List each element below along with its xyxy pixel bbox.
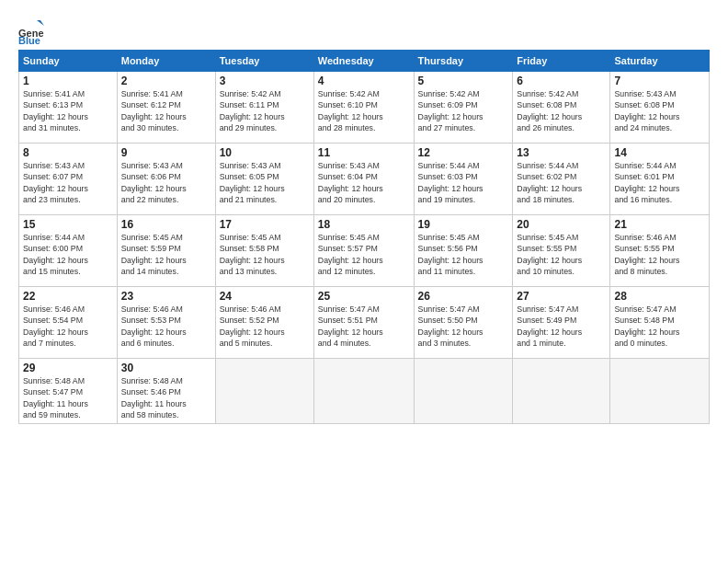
calendar-cell (215, 359, 313, 424)
day-number: 6 (517, 75, 606, 87)
day-number: 2 (121, 75, 211, 87)
day-number: 21 (614, 218, 705, 231)
calendar-cell: 22Sunrise: 5:46 AM Sunset: 5:54 PM Dayli… (19, 287, 118, 359)
day-number: 14 (614, 146, 705, 159)
calendar-cell (610, 359, 710, 424)
day-number: 3 (220, 75, 310, 87)
day-info: Sunrise: 5:44 AM Sunset: 6:02 PM Dayligh… (517, 160, 606, 205)
calendar-cell: 14Sunrise: 5:44 AM Sunset: 6:01 PM Dayli… (610, 144, 710, 215)
day-info: Sunrise: 5:46 AM Sunset: 5:55 PM Dayligh… (614, 232, 705, 277)
calendar-cell: 17Sunrise: 5:45 AM Sunset: 5:58 PM Dayli… (215, 215, 313, 287)
calendar-cell: 8Sunrise: 5:43 AM Sunset: 6:07 PM Daylig… (19, 144, 118, 215)
day-number: 12 (418, 146, 509, 159)
day-number: 10 (220, 146, 310, 159)
svg-text:Blue: Blue (18, 35, 40, 44)
day-number: 9 (121, 146, 211, 159)
day-number: 1 (23, 75, 113, 87)
day-info: Sunrise: 5:43 AM Sunset: 6:08 PM Dayligh… (614, 88, 705, 133)
day-info: Sunrise: 5:42 AM Sunset: 6:09 PM Dayligh… (418, 88, 509, 133)
day-info: Sunrise: 5:45 AM Sunset: 5:56 PM Dayligh… (418, 232, 509, 277)
day-info: Sunrise: 5:45 AM Sunset: 5:55 PM Dayligh… (517, 232, 606, 277)
col-friday: Friday (513, 51, 610, 72)
calendar-cell: 25Sunrise: 5:47 AM Sunset: 5:51 PM Dayli… (313, 287, 414, 359)
day-info: Sunrise: 5:47 AM Sunset: 5:50 PM Dayligh… (418, 304, 509, 349)
day-number: 18 (318, 218, 410, 231)
calendar-cell: 16Sunrise: 5:45 AM Sunset: 5:59 PM Dayli… (117, 215, 215, 287)
calendar-cell (313, 359, 414, 424)
day-number: 28 (614, 290, 705, 303)
calendar-cell: 12Sunrise: 5:44 AM Sunset: 6:03 PM Dayli… (414, 144, 513, 215)
day-number: 8 (23, 146, 113, 159)
day-number: 24 (220, 290, 310, 303)
day-number: 22 (23, 290, 113, 303)
calendar-header-row: Sunday Monday Tuesday Wednesday Thursday… (19, 51, 710, 72)
col-sunday: Sunday (19, 51, 118, 72)
svg-marker-2 (37, 20, 44, 26)
calendar-cell: 6Sunrise: 5:42 AM Sunset: 6:08 PM Daylig… (513, 72, 610, 144)
day-number: 26 (418, 290, 509, 303)
day-info: Sunrise: 5:48 AM Sunset: 5:46 PM Dayligh… (121, 375, 211, 420)
day-info: Sunrise: 5:47 AM Sunset: 5:48 PM Dayligh… (614, 304, 705, 349)
day-info: Sunrise: 5:43 AM Sunset: 6:04 PM Dayligh… (318, 160, 410, 205)
day-number: 13 (517, 146, 606, 159)
calendar-cell: 9Sunrise: 5:43 AM Sunset: 6:06 PM Daylig… (117, 144, 215, 215)
calendar-cell: 3Sunrise: 5:42 AM Sunset: 6:11 PM Daylig… (215, 72, 313, 144)
day-info: Sunrise: 5:47 AM Sunset: 5:51 PM Dayligh… (318, 304, 410, 349)
calendar-cell: 10Sunrise: 5:43 AM Sunset: 6:05 PM Dayli… (215, 144, 313, 215)
day-number: 16 (121, 218, 211, 231)
day-info: Sunrise: 5:45 AM Sunset: 5:58 PM Dayligh… (220, 232, 310, 277)
day-number: 4 (318, 75, 410, 87)
day-number: 30 (121, 362, 211, 374)
day-number: 11 (318, 146, 410, 159)
calendar-cell: 2Sunrise: 5:41 AM Sunset: 6:12 PM Daylig… (117, 72, 215, 144)
calendar-cell: 20Sunrise: 5:45 AM Sunset: 5:55 PM Dayli… (513, 215, 610, 287)
day-number: 23 (121, 290, 211, 303)
day-info: Sunrise: 5:47 AM Sunset: 5:49 PM Dayligh… (517, 304, 606, 349)
day-info: Sunrise: 5:45 AM Sunset: 5:59 PM Dayligh… (121, 232, 211, 277)
calendar-cell: 21Sunrise: 5:46 AM Sunset: 5:55 PM Dayli… (610, 215, 710, 287)
logo: General Blue (18, 18, 46, 44)
calendar-cell: 5Sunrise: 5:42 AM Sunset: 6:09 PM Daylig… (414, 72, 513, 144)
day-info: Sunrise: 5:46 AM Sunset: 5:54 PM Dayligh… (23, 304, 113, 349)
calendar-cell: 28Sunrise: 5:47 AM Sunset: 5:48 PM Dayli… (610, 287, 710, 359)
calendar-cell: 15Sunrise: 5:44 AM Sunset: 6:00 PM Dayli… (19, 215, 118, 287)
calendar-cell: 7Sunrise: 5:43 AM Sunset: 6:08 PM Daylig… (610, 72, 710, 144)
col-wednesday: Wednesday (313, 51, 414, 72)
day-info: Sunrise: 5:46 AM Sunset: 5:52 PM Dayligh… (220, 304, 310, 349)
calendar-cell: 27Sunrise: 5:47 AM Sunset: 5:49 PM Dayli… (513, 287, 610, 359)
page-header: General Blue (18, 15, 710, 44)
day-info: Sunrise: 5:41 AM Sunset: 6:13 PM Dayligh… (23, 88, 113, 133)
day-number: 15 (23, 218, 113, 231)
day-info: Sunrise: 5:44 AM Sunset: 6:03 PM Dayligh… (418, 160, 509, 205)
day-info: Sunrise: 5:41 AM Sunset: 6:12 PM Dayligh… (121, 88, 211, 133)
day-info: Sunrise: 5:43 AM Sunset: 6:06 PM Dayligh… (121, 160, 211, 205)
day-info: Sunrise: 5:42 AM Sunset: 6:10 PM Dayligh… (318, 88, 410, 133)
col-thursday: Thursday (414, 51, 513, 72)
calendar-table: Sunday Monday Tuesday Wednesday Thursday… (18, 50, 710, 424)
day-info: Sunrise: 5:45 AM Sunset: 5:57 PM Dayligh… (318, 232, 410, 277)
day-number: 29 (23, 362, 113, 374)
calendar-cell (414, 359, 513, 424)
calendar-cell: 18Sunrise: 5:45 AM Sunset: 5:57 PM Dayli… (313, 215, 414, 287)
day-info: Sunrise: 5:43 AM Sunset: 6:07 PM Dayligh… (23, 160, 113, 205)
day-number: 25 (318, 290, 410, 303)
day-number: 19 (418, 218, 509, 231)
day-info: Sunrise: 5:42 AM Sunset: 6:11 PM Dayligh… (220, 88, 310, 133)
calendar-cell: 4Sunrise: 5:42 AM Sunset: 6:10 PM Daylig… (313, 72, 414, 144)
day-info: Sunrise: 5:48 AM Sunset: 5:47 PM Dayligh… (23, 375, 113, 420)
calendar-cell: 13Sunrise: 5:44 AM Sunset: 6:02 PM Dayli… (513, 144, 610, 215)
day-info: Sunrise: 5:46 AM Sunset: 5:53 PM Dayligh… (121, 304, 211, 349)
calendar-cell: 26Sunrise: 5:47 AM Sunset: 5:50 PM Dayli… (414, 287, 513, 359)
calendar-cell: 29Sunrise: 5:48 AM Sunset: 5:47 PM Dayli… (19, 359, 118, 424)
day-number: 20 (517, 218, 606, 231)
day-number: 7 (614, 75, 705, 87)
day-info: Sunrise: 5:43 AM Sunset: 6:05 PM Dayligh… (220, 160, 310, 205)
calendar-cell: 11Sunrise: 5:43 AM Sunset: 6:04 PM Dayli… (313, 144, 414, 215)
calendar-cell (513, 359, 610, 424)
calendar-cell: 19Sunrise: 5:45 AM Sunset: 5:56 PM Dayli… (414, 215, 513, 287)
day-info: Sunrise: 5:42 AM Sunset: 6:08 PM Dayligh… (517, 88, 606, 133)
col-saturday: Saturday (610, 51, 710, 72)
day-number: 27 (517, 290, 606, 303)
day-number: 17 (220, 218, 310, 231)
day-info: Sunrise: 5:44 AM Sunset: 6:01 PM Dayligh… (614, 160, 705, 205)
